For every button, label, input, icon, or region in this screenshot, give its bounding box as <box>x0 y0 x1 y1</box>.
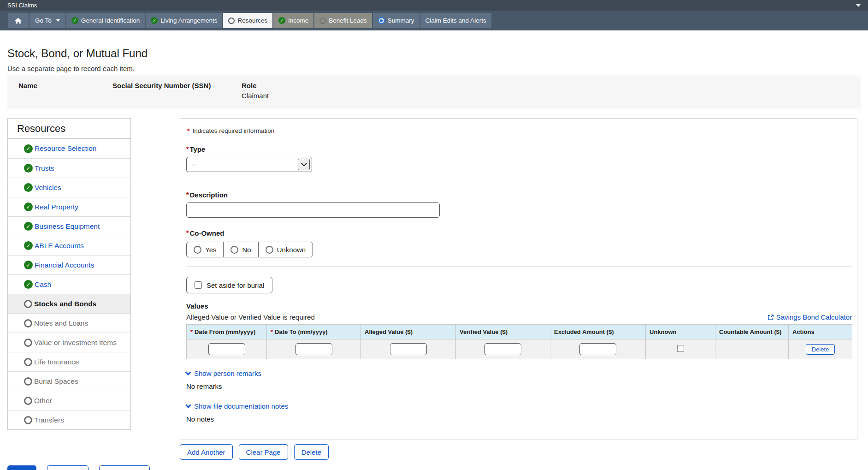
save-exit-button[interactable]: Save & Exit <box>99 465 150 470</box>
date-from-input[interactable] <box>208 343 245 355</box>
co-owned-no-radio[interactable] <box>230 246 238 254</box>
sidebar-item-notes-and-loans[interactable]: Notes and Loans <box>8 313 130 333</box>
section-divider <box>186 181 852 181</box>
sidebar-item-business-equipment[interactable]: ✓Business Equipment <box>8 216 130 236</box>
goto-tab[interactable]: Go To <box>30 13 65 28</box>
ring-circle-icon <box>24 377 32 386</box>
cell-alleged-value <box>361 339 456 359</box>
remarks-toggle-label: Show person remarks <box>194 369 261 377</box>
sidebar-item-stocks-and-bonds[interactable]: Stocks and Bonds <box>8 294 130 313</box>
sidebar-item-label: Vehicles <box>35 184 61 192</box>
delete-page-button[interactable]: Delete <box>294 444 329 460</box>
previous-button[interactable]: Previous <box>47 465 89 470</box>
sidebar-item-real-property[interactable]: ✓Real Property <box>8 197 130 216</box>
page-subtitle: Use a separate page to record each item. <box>7 65 861 72</box>
cell-excluded-amount <box>550 339 646 359</box>
sidebar-item-resource-selection[interactable]: ✓Resource Selection <box>8 139 130 158</box>
tab-resources[interactable]: Resources <box>223 13 272 28</box>
sidebar-item-transfers[interactable]: Transfers <box>8 410 130 429</box>
show-person-remarks-toggle[interactable]: Show person remarks <box>186 369 261 377</box>
sidebar-item-label: Financial Accounts <box>35 261 94 269</box>
check-circle-icon: ✓ <box>24 222 33 231</box>
sidebar-item-label: Other <box>34 397 52 405</box>
column-header-verified-value: Verified Value ($) <box>456 325 550 339</box>
next-button[interactable]: Next <box>7 465 36 470</box>
tab-general-identification[interactable]: ✓General Identification <box>66 13 145 28</box>
ring-circle-icon <box>24 300 32 308</box>
excluded-amount-input[interactable] <box>579 343 616 355</box>
show-file-documentation-notes-toggle[interactable]: Show file documentation notes <box>186 402 288 410</box>
check-circle-icon: ✓ <box>24 261 33 269</box>
sidebar-item-cash[interactable]: ✓Cash <box>8 274 130 294</box>
verified-value-input[interactable] <box>484 343 521 355</box>
values-heading: Values <box>186 302 852 310</box>
person-summary-panel: Name Social Security Number (SSN) Role C… <box>7 76 861 108</box>
cell-actions: Delete <box>789 339 852 359</box>
sidebar-item-label: Life Insurance <box>34 358 79 366</box>
sidebar-item-label: Value or Investment Items <box>34 339 117 347</box>
date-to-input[interactable] <box>295 343 332 355</box>
description-input[interactable] <box>186 202 440 218</box>
calculator-link-label: Savings Bond Calculator <box>776 313 852 321</box>
collapse-caret-icon[interactable] <box>856 4 861 7</box>
sidebar-item-value-or-investment-items[interactable]: Value or Investment Items <box>8 333 130 352</box>
sidebar-item-able-accounts[interactable]: ✓ABLE Accounts <box>8 236 130 255</box>
sidebar-items: ✓Resource Selection✓Trusts✓Vehicles✓Real… <box>8 139 130 429</box>
sidebar-item-life-insurance[interactable]: Life Insurance <box>8 352 130 371</box>
ring-circle-icon <box>24 319 32 327</box>
sidebar-item-financial-accounts[interactable]: ✓Financial Accounts <box>8 255 130 274</box>
co-owned-no-label: No <box>242 246 251 254</box>
sidebar-item-label: Stocks and Bonds <box>34 300 96 308</box>
check-circle-icon: ✓ <box>24 280 33 289</box>
clear-page-button[interactable]: Clear Page <box>239 444 288 460</box>
add-another-button[interactable]: Add Another <box>180 444 233 460</box>
sidebar-item-other[interactable]: Other <box>8 391 130 410</box>
chevron-down-icon <box>185 402 191 408</box>
set-aside-for-burial-checkbox[interactable] <box>195 281 202 289</box>
app-title: SSI Claims <box>7 2 37 9</box>
type-label: Type <box>186 145 852 153</box>
cell-countable-amount <box>715 339 789 359</box>
type-select[interactable]: -- <box>186 157 312 172</box>
unknown-checkbox[interactable] <box>677 345 684 352</box>
tab-label: Summary <box>388 17 414 24</box>
name-column-label: Name <box>18 82 112 89</box>
row-delete-button[interactable]: Delete <box>806 344 835 355</box>
stock-bond-form-panel: Indicates required information Type -- D… <box>180 118 857 440</box>
sidebar-item-burial-spaces[interactable]: Burial Spaces <box>8 371 130 391</box>
sidebar-item-label: ABLE Accounts <box>35 242 84 250</box>
notes-toggle-label: Show file documentation notes <box>194 402 288 410</box>
sidebar-item-label: Notes and Loans <box>34 319 88 327</box>
check-circle-icon: ✓ <box>24 144 33 153</box>
tab-benefit-leads[interactable]: Benefit Leads <box>314 13 372 28</box>
column-header-date-to: *Date To (mm/yyyy) <box>267 325 361 339</box>
burial-checkbox-group: Set aside for burial <box>186 277 272 293</box>
nav-tabs: ✓General Identification✓Living Arrangeme… <box>66 13 491 28</box>
co-owned-unknown-label: Unknown <box>277 246 306 254</box>
external-link-icon <box>768 314 774 321</box>
home-tab[interactable] <box>8 13 29 28</box>
co-owned-yes-label: Yes <box>205 246 216 254</box>
savings-bond-calculator-link[interactable]: Savings Bond Calculator <box>768 313 852 321</box>
column-header-excluded-amount: Excluded Amount ($) <box>550 325 646 339</box>
app-header: SSI Claims <box>0 0 868 11</box>
values-table-row: Delete <box>187 339 852 359</box>
tab-income[interactable]: ✓Income <box>273 13 313 28</box>
alleged-value-input[interactable] <box>390 343 427 355</box>
sidebar-item-label: Trusts <box>35 164 54 173</box>
tab-summary[interactable]: Summary <box>373 13 419 28</box>
sidebar-item-trusts[interactable]: ✓Trusts <box>8 158 130 178</box>
check-circle-icon: ✓ <box>71 17 78 24</box>
co-owned-option-yes: Yes <box>187 242 223 257</box>
ring-circle-icon <box>24 339 32 347</box>
ring-circle-icon <box>228 18 235 24</box>
column-header-alleged-value: Alleged Value ($) <box>361 325 456 339</box>
co-owned-option-unknown: Unknown <box>258 242 313 257</box>
co-owned-unknown-radio[interactable] <box>266 246 273 254</box>
sidebar-item-vehicles[interactable]: ✓Vehicles <box>8 178 130 197</box>
co-owned-yes-radio[interactable] <box>194 246 201 254</box>
target-circle-icon <box>378 17 385 24</box>
tab-living-arrangements[interactable]: ✓Living Arrangements <box>146 13 222 28</box>
tab-claim-edits-and-alerts[interactable]: Claim Edits and Alerts <box>420 13 491 28</box>
sidebar-title: Resources <box>8 119 130 139</box>
